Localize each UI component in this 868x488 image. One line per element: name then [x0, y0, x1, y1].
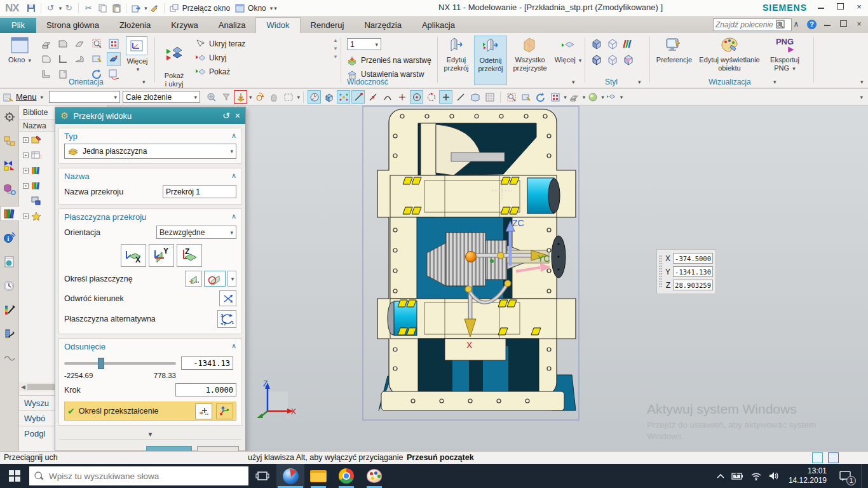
menu-button[interactable]: Menu ▾ — [1, 90, 46, 104]
snap-filter-dropdown-icon[interactable]: ▾ — [249, 94, 252, 100]
snap-filter-icon[interactable] — [234, 90, 247, 104]
rectangle-select-dropdown-icon[interactable]: ▾ — [297, 94, 301, 100]
taskbar-paint[interactable] — [360, 464, 388, 488]
edit-section-button[interactable]: Edytuj przekrój — [441, 36, 471, 72]
view-manipulation-button[interactable] — [126, 36, 147, 55]
snap-pole-icon[interactable] — [381, 90, 394, 104]
tab-aplikacja[interactable]: Aplikacja — [412, 18, 465, 33]
reverse-direction-button[interactable] — [219, 290, 236, 306]
snap-point-cloud-icon[interactable] — [337, 90, 350, 104]
style-shaded-edges-icon[interactable] — [590, 53, 604, 67]
view-bottom-icon[interactable] — [56, 67, 70, 81]
group-wizualizacja-dialog-icon[interactable]: ▾ — [773, 79, 776, 85]
offset-slider[interactable] — [64, 362, 176, 365]
copy-icon[interactable] — [96, 3, 109, 14]
switch-window-label[interactable]: Przełącz okno — [182, 4, 230, 13]
snap-midpoint-icon[interactable] — [366, 90, 379, 104]
tab-plik[interactable]: Plik — [0, 18, 36, 33]
gallery-scroll-arrows[interactable]: ▲▼▼ — [333, 37, 338, 61]
roles-gear-icon[interactable] — [1, 109, 18, 125]
hide-now-item[interactable]: Ukryj teraz — [194, 37, 245, 51]
section-plane-header[interactable]: Płaszczyzna przekroju∧ — [64, 212, 236, 222]
plane-dialog-button[interactable] — [185, 271, 202, 287]
show-hide-dropdown-icon[interactable]: ▾ — [620, 94, 623, 100]
perspective-icon[interactable] — [107, 67, 121, 81]
pan-icon[interactable] — [90, 52, 104, 66]
fit-dropdown-icon[interactable]: ▾ — [564, 94, 567, 100]
zoom-window-icon[interactable] — [90, 37, 104, 51]
save-icon[interactable] — [25, 3, 37, 14]
taskbar-file-explorer[interactable] — [304, 464, 332, 488]
start-button[interactable] — [0, 464, 29, 488]
expand-icon[interactable]: + — [23, 137, 29, 143]
undo-icon[interactable]: ↺ — [44, 3, 57, 14]
render-style-icon[interactable] — [586, 90, 599, 104]
type-combo[interactable]: Jedna płaszczyzna ▾ — [64, 144, 236, 159]
help-info-icon[interactable]: i — [1, 230, 18, 245]
wifi-icon[interactable] — [750, 471, 762, 480]
find-command-input[interactable] — [715, 20, 776, 29]
plane-y-button[interactable]: Y — [149, 244, 174, 267]
offset-slider-handle[interactable] — [98, 358, 104, 369]
group-styl-dialog-icon[interactable]: ▾ — [638, 79, 641, 85]
scroll-left-icon[interactable]: ◀ — [19, 384, 27, 390]
part-navigator-icon[interactable] — [1, 182, 18, 197]
rectangle-select-icon[interactable] — [282, 90, 295, 104]
orientacja-more-button[interactable]: Więcej▾ — [125, 57, 150, 72]
show-desktop-button[interactable] — [861, 464, 864, 488]
tab-analiza[interactable]: Analiza — [208, 18, 256, 33]
coordinate-tracker[interactable]: X -374.5000 Y -1341.130 Z 28.903259 — [656, 249, 716, 294]
dialog-collapse-button[interactable]: ▼ — [59, 427, 241, 440]
doc-minimize-button[interactable] — [822, 20, 832, 29]
selection-scope-combo[interactable]: Całe złożenie▾ — [123, 91, 200, 103]
snap-solid-icon[interactable] — [322, 90, 336, 104]
section-typ-header[interactable]: Typ∧ — [64, 132, 236, 141]
close-button[interactable]: × — [854, 2, 864, 11]
paste-icon[interactable] — [110, 3, 123, 14]
tray-clock[interactable]: 13:01 14.12.2019 — [786, 466, 829, 485]
shaded-with-edges-icon[interactable] — [107, 52, 121, 66]
doc-close-button[interactable]: × — [854, 20, 864, 29]
web-browser-icon[interactable] — [1, 254, 18, 269]
ribbon-overflow-icon[interactable]: ▾ — [860, 79, 864, 85]
zoom-icon[interactable] — [505, 90, 518, 104]
snap-point-on-face-icon[interactable] — [468, 90, 482, 104]
move-to-layer-button[interactable]: Przenieś na warstwę — [347, 53, 431, 67]
clip-section-button[interactable]: Odetnij przekrój — [474, 36, 507, 85]
section-offset-header[interactable]: Odsunięcie∧ — [64, 342, 236, 351]
clean-brush-icon[interactable] — [148, 3, 161, 14]
preferences-button[interactable]: Preferencje — [654, 36, 694, 64]
show-hide-big-button[interactable]: Pokaż i ukryj — [159, 36, 189, 88]
selection-filter-combo[interactable]: ▾ — [49, 91, 120, 103]
work-layer-combo[interactable]: 1▾ — [347, 38, 381, 50]
coord-x-value[interactable]: -374.5000 — [673, 253, 713, 264]
task-view-button[interactable] — [248, 464, 276, 488]
specify-transform-row[interactable]: ✔ Określ przekształcenie — [64, 402, 236, 421]
fullscreen-icon[interactable] — [775, 19, 785, 29]
window-menu-dropdown-icon[interactable]: ▾ — [270, 5, 273, 11]
point-dialog-button[interactable] — [195, 403, 212, 419]
orient-dropdown-icon[interactable]: ▾ — [583, 94, 586, 100]
group-orientacja-dialog-icon[interactable]: ▾ — [142, 79, 146, 85]
expand-icon[interactable]: + — [23, 168, 29, 173]
constraint-navigator-icon[interactable] — [1, 158, 18, 173]
snap-grid-point-icon[interactable] — [483, 90, 496, 104]
battery-icon[interactable] — [731, 471, 744, 480]
hand-snap-icon[interactable] — [268, 90, 281, 104]
notification-center-button[interactable]: 1 — [836, 466, 855, 485]
all-translucent-button[interactable]: Wszystko przejrzyste — [510, 36, 550, 72]
window-menu-label[interactable]: Okno — [248, 4, 266, 13]
doc-restore-button[interactable] — [838, 20, 848, 29]
expand-icon[interactable]: + — [23, 183, 29, 189]
step-value-input[interactable] — [175, 383, 236, 396]
tray-chevron-icon[interactable] — [716, 473, 725, 479]
switch-window-icon[interactable] — [168, 3, 180, 14]
orient-view-icon[interactable] — [567, 90, 581, 104]
tab-widok[interactable]: Widok — [255, 17, 300, 33]
view-isometric-icon[interactable] — [72, 37, 86, 51]
interior-selection-icon[interactable] — [219, 90, 233, 104]
offset-value-input[interactable] — [181, 356, 233, 370]
dialog-title-bar[interactable]: ⚙ Przekrój widoku ↺ × — [55, 107, 245, 124]
group-section-dialog-icon[interactable]: ▾ — [572, 79, 575, 85]
view-left-icon[interactable] — [56, 52, 70, 66]
